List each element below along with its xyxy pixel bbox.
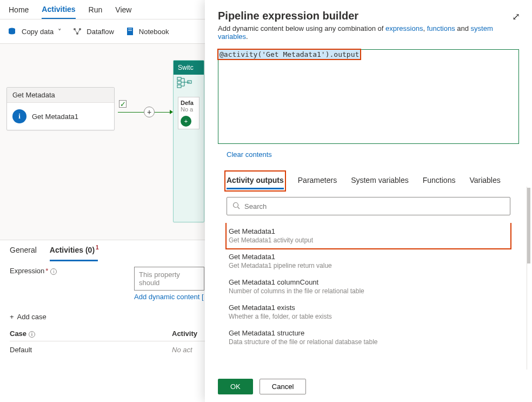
success-check-icon: ✓ [119, 100, 127, 108]
output-item-subtitle: Whether a file, folder, or table exists [229, 313, 508, 320]
output-item-pipeline-return[interactable]: Get Metadata1 Get Metadata1 pipeline ret… [227, 248, 510, 274]
flyout-title: Pipeline expression builder [218, 10, 519, 22]
output-item-title: Get Metadata1 exists [229, 304, 508, 312]
get-metadata-header: Get Metadata [7, 88, 114, 103]
svg-rect-8 [177, 81, 181, 84]
plus-icon: + [10, 313, 14, 321]
ribbon-tab-home[interactable]: Home [9, 1, 29, 18]
functions-link[interactable]: functions [427, 24, 455, 32]
search-input[interactable] [244, 202, 504, 210]
switch-default-label: Defa [181, 100, 197, 106]
svg-rect-9 [177, 85, 181, 88]
notebook-button[interactable]: Notebook [125, 27, 169, 36]
scrollbar[interactable] [527, 187, 531, 370]
expression-text[interactable]: @activity('Get Metadata1').output [218, 50, 360, 59]
activity-output-list[interactable]: Get Metadata1 Get Metadata1 activity out… [205, 223, 527, 371]
notebook-label: Notebook [139, 28, 169, 36]
dataflow-icon [72, 27, 82, 36]
cat-tab-functions[interactable]: Functions [423, 173, 456, 189]
expression-label: Expression [10, 267, 44, 275]
copy-data-icon [8, 27, 17, 36]
cat-tab-system-variables[interactable]: System variables [351, 173, 409, 189]
output-item-subtitle: Number of columns in the file or relatio… [229, 287, 508, 295]
category-tabs: Activity outputs Parameters System varia… [205, 173, 532, 189]
svg-line-12 [238, 207, 240, 209]
copy-data-button[interactable]: Copy data ˅ [8, 27, 62, 36]
output-item-subtitle: Get Metadata1 pipeline return value [229, 262, 508, 269]
tab-activities[interactable]: Activities (0)1 [50, 240, 98, 261]
output-item-title: Get Metadata1 structure [229, 329, 508, 337]
switch-no-activity-label: No a [181, 106, 197, 113]
output-item-activity-output[interactable]: Get Metadata1 Get Metadata1 activity out… [227, 223, 510, 248]
expression-textarea[interactable]: This property should [134, 267, 204, 291]
output-item-subtitle: Data structure of the file or relational… [229, 338, 508, 346]
get-metadata-name: Get Metadata1 [32, 113, 78, 121]
svg-point-11 [234, 202, 238, 207]
copy-data-label: Copy data [22, 28, 54, 36]
notebook-icon [125, 27, 135, 36]
dataflow-label: Dataflow [87, 28, 114, 36]
output-item-subtitle: Get Metadata1 activity output [229, 236, 508, 244]
output-item-title: Get Metadata1 [229, 227, 508, 235]
tab-general[interactable]: General [10, 240, 37, 261]
case-column-header: Case [10, 329, 26, 338]
add-dynamic-content-link[interactable]: Add dynamic content [ [134, 293, 204, 301]
cat-tab-parameters[interactable]: Parameters [298, 173, 337, 189]
svg-rect-5 [128, 29, 132, 29]
ribbon-tab-activities[interactable]: Activities [42, 1, 75, 19]
required-asterisk-icon: * [45, 267, 48, 275]
ribbon-tab-view[interactable]: View [115, 1, 131, 18]
expression-builder-flyout: ⤢ Pipeline expression builder Add dynami… [205, 0, 532, 402]
svg-rect-6 [128, 30, 132, 31]
search-icon [232, 202, 240, 211]
scrollbar-thumb[interactable] [527, 188, 530, 263]
dataflow-button[interactable]: Dataflow [72, 27, 114, 36]
svg-rect-7 [177, 77, 181, 80]
switch-icon [174, 75, 204, 93]
case-default-label: Default [10, 346, 172, 354]
clear-contents-link[interactable]: Clear contents [227, 150, 532, 159]
ribbon-tab-run[interactable]: Run [89, 1, 103, 18]
ok-button[interactable]: OK [218, 379, 253, 394]
get-metadata-node[interactable]: Get Metadata i Get Metadata1 [6, 87, 115, 130]
chevron-down-icon: ˅ [58, 28, 62, 36]
help-icon[interactable]: i [50, 268, 57, 275]
search-box[interactable] [227, 197, 510, 215]
switch-node-header: Switc [174, 61, 204, 75]
expressions-link[interactable]: expressions [385, 24, 423, 32]
switch-default-card: Defa No a + [178, 97, 200, 129]
add-activity-icon[interactable]: + [144, 107, 155, 117]
case-no-activity-label: No act [172, 346, 192, 354]
activity-column-header: Activity [172, 329, 197, 338]
info-icon: i [12, 109, 26, 123]
expression-editor[interactable]: @activity('Get Metadata1').output [218, 49, 519, 144]
output-item-title: Get Metadata1 [229, 253, 508, 261]
help-icon[interactable]: i [29, 331, 35, 338]
output-item-structure[interactable]: Get Metadata1 structure Data structure o… [227, 325, 510, 350]
output-item-column-count[interactable]: Get Metadata1 columnCount Number of colu… [227, 274, 510, 299]
output-item-exists[interactable]: Get Metadata1 exists Whether a file, fol… [227, 299, 510, 325]
cat-tab-variables[interactable]: Variables [469, 173, 500, 189]
expand-icon[interactable]: ⤢ [512, 11, 520, 23]
cancel-button[interactable]: Cancel [260, 379, 306, 394]
add-case-button[interactable]: +Add case [10, 313, 46, 321]
switch-node[interactable]: Switc Defa No a + [173, 60, 204, 222]
output-item-title: Get Metadata1 columnCount [229, 278, 508, 286]
activities-badge: 1 [96, 245, 99, 251]
switch-add-icon[interactable]: + [181, 116, 191, 127]
flyout-description: Add dynamic content below using any comb… [218, 24, 519, 41]
cat-tab-activity-outputs[interactable]: Activity outputs [227, 173, 284, 189]
